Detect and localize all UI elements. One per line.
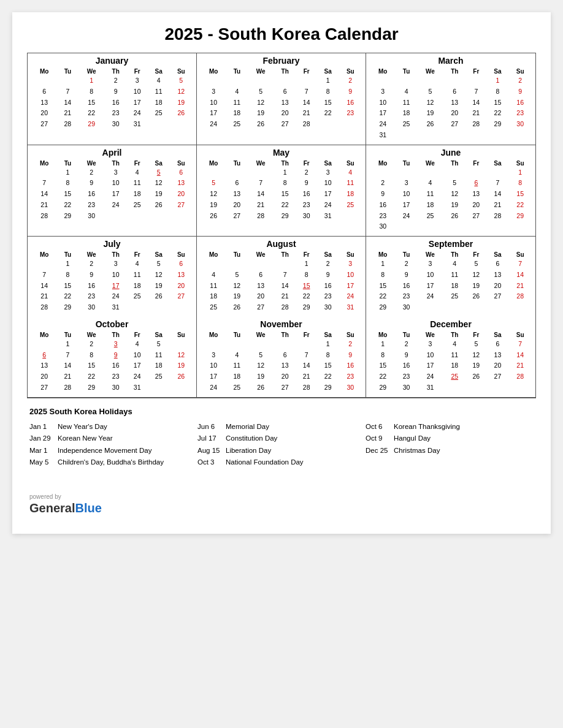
day-header: Su (508, 159, 532, 167)
holiday-name: National Foundation Day (226, 457, 366, 469)
calendar-day: 14 (274, 281, 296, 292)
day-header: Sa (317, 159, 339, 167)
calendar-day: 4 (417, 178, 444, 189)
powered-by-text: powered by (29, 493, 102, 500)
calendar-day (296, 75, 317, 86)
day-header: Th (274, 251, 296, 259)
day-header: Fr (127, 159, 148, 167)
calendar-day: 10 (105, 178, 127, 189)
calendar-day: 10 (201, 360, 226, 371)
day-header: Th (443, 159, 465, 167)
month-block-july: JulyMoTuWeThFrSaSu1234567891011121314151… (28, 237, 197, 317)
day-header: Fr (465, 159, 486, 167)
day-header: Mo (201, 67, 226, 75)
calendar-day: 9 (78, 270, 104, 281)
holidays-columns: Jan 1New Year's DayJan 29Korean New Year… (29, 421, 534, 469)
calendar-day (396, 167, 416, 178)
calendar-day: 5 (465, 259, 486, 270)
calendar-day: 16 (105, 97, 127, 108)
calendar-day: 9 (105, 350, 127, 361)
day-header: Su (508, 251, 532, 259)
calendar-day: 21 (274, 291, 296, 302)
calendar-day: 21 (296, 108, 317, 119)
page: 2025 - South Korea Calendar JanuaryMoTuW… (12, 12, 551, 534)
calendar-day (170, 339, 193, 350)
calendar-day (148, 211, 170, 222)
day-header: We (417, 159, 444, 167)
calendar-day: 5 (170, 75, 193, 86)
calendar-day: 30 (296, 211, 317, 222)
calendar-day: 30 (317, 302, 339, 313)
day-header: We (247, 159, 274, 167)
calendar-day: 17 (201, 371, 226, 382)
calendar-day: 15 (78, 360, 104, 371)
calendar-day: 5 (226, 270, 247, 281)
day-header: Fr (465, 67, 486, 75)
calendar-day: 12 (247, 97, 274, 108)
calendar-day: 28 (465, 119, 486, 130)
calendar-day (170, 302, 193, 313)
day-header: Su (339, 251, 362, 259)
calendar-day: 27 (443, 119, 465, 130)
calendar-day: 2 (396, 339, 416, 350)
calendar-day: 4 (443, 259, 465, 270)
calendar-day: 12 (443, 189, 465, 200)
calendar-day: 4 (226, 350, 247, 361)
calendar-day (486, 302, 508, 313)
calendar-day: 26 (170, 108, 193, 119)
calendar-day: 8 (317, 350, 339, 361)
calendar-day: 31 (105, 302, 127, 313)
holiday-row: Dec 25Christmas Day (366, 445, 534, 457)
calendar-day: 28 (31, 211, 57, 222)
calendar-day (170, 119, 193, 130)
calendar-day (417, 221, 444, 232)
day-header: Sa (486, 159, 508, 167)
calendar-day: 21 (247, 200, 274, 211)
calendar-day: 20 (443, 108, 465, 119)
holiday-name: New Year's Day (58, 421, 197, 433)
day-header: Mo (31, 331, 57, 339)
holiday-name: Korean New Year (58, 433, 197, 445)
calendar-grid: JanuaryMoTuWeThFrSaSu1234567891011121314… (27, 53, 536, 398)
holiday-date: Jan 1 (29, 421, 58, 433)
calendar-day (486, 221, 508, 232)
day-header: Fr (296, 159, 317, 167)
calendar-day: 30 (78, 211, 104, 222)
calendar-day: 3 (396, 178, 416, 189)
calendar-day: 16 (396, 281, 416, 292)
calendar-day: 29 (57, 211, 78, 222)
calendar-day: 16 (317, 281, 339, 292)
calendar-day: 5 (247, 350, 274, 361)
day-header: Tu (57, 159, 78, 167)
calendar-day: 28 (296, 382, 317, 393)
calendar-day: 27 (465, 211, 486, 222)
calendar-day: 22 (370, 371, 396, 382)
calendar-day: 9 (105, 86, 127, 97)
month-table: MoTuWeThFrSaSu12345678910111213141516171… (31, 331, 193, 393)
calendar-day (486, 130, 508, 141)
holiday-row: May 5Children's Day, Buddha's Birthday (29, 457, 197, 469)
calendar-day: 23 (396, 291, 416, 302)
month-block-december: DecemberMoTuWeThFrSaSu123456789101112131… (366, 317, 535, 398)
calendar-day: 19 (170, 360, 193, 371)
calendar-day (465, 382, 486, 393)
calendar-day: 15 (296, 281, 317, 292)
calendar-day: 24 (127, 108, 148, 119)
calendar-day: 22 (370, 291, 396, 302)
month-title: December (370, 319, 532, 329)
calendar-day: 7 (296, 86, 317, 97)
month-table: MoTuWeThFrSaSu12345678910111213141516171… (201, 331, 362, 393)
calendar-day: 11 (127, 178, 148, 189)
day-header: Su (170, 159, 193, 167)
calendar-day: 24 (105, 291, 127, 302)
calendar-day: 8 (274, 178, 296, 189)
calendar-day: 30 (396, 382, 416, 393)
calendar-day: 10 (127, 350, 148, 361)
day-header: We (78, 67, 104, 75)
day-header: Sa (486, 67, 508, 75)
calendar-day: 22 (486, 108, 508, 119)
calendar-day: 14 (508, 270, 532, 281)
calendar-day (443, 382, 465, 393)
day-header: Tu (226, 331, 247, 339)
calendar-day: 30 (396, 302, 416, 313)
